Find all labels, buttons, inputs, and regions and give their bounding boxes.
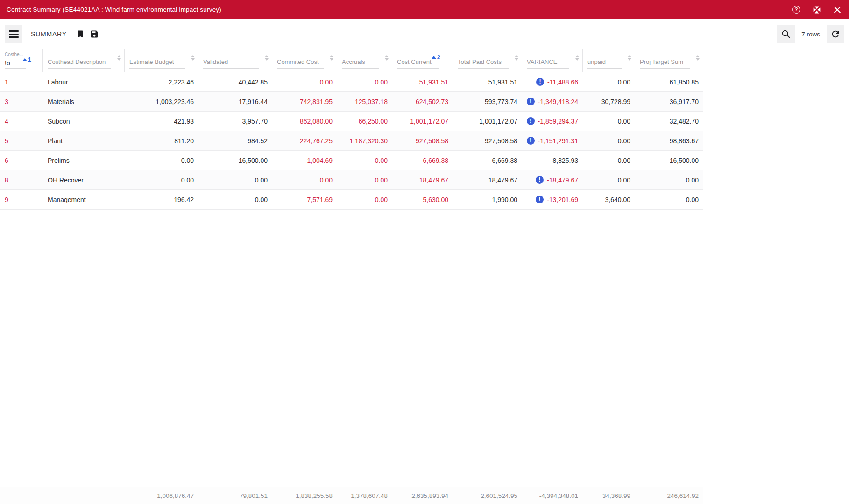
- sort-down-icon: [385, 58, 389, 61]
- column-filter-value[interactable]: !o: [5, 59, 10, 67]
- sort-down-icon: [330, 58, 333, 61]
- sort-up-icon: [117, 55, 121, 57]
- column-header-variance[interactable]: VARIANCE: [522, 49, 583, 72]
- cell-unpaid: 30,728.99: [583, 98, 635, 105]
- sort-up-icon: [575, 55, 579, 57]
- close-button[interactable]: [832, 5, 842, 15]
- column-label: Costhead Description: [48, 58, 106, 65]
- column-header-cost_current[interactable]: Cost Current2: [392, 49, 453, 72]
- cell-description: Subcon: [43, 118, 125, 125]
- table-row[interactable]: 9Management196.420.007,571.690.005,630.0…: [0, 190, 703, 210]
- sort-down-icon: [696, 58, 700, 61]
- total-cost_current: 2,635,893.94: [392, 492, 453, 499]
- help-button[interactable]: ?: [791, 5, 801, 15]
- cell-accruals: 0.00: [337, 78, 392, 86]
- grid-header-row: Costhe...!o1Costhead DescriptionEstimate…: [0, 49, 703, 72]
- column-label: Accruals: [342, 58, 365, 65]
- sort-up-icon: [265, 55, 269, 57]
- column-label: Proj Target Sum: [640, 58, 683, 65]
- table-row[interactable]: 3Materials1,003,223.4617,916.44742,831.9…: [0, 92, 703, 112]
- column-header-accruals[interactable]: Accruals: [337, 49, 392, 72]
- column-header-estimate_budget[interactable]: Estimate Budget: [125, 49, 198, 72]
- save-button[interactable]: [87, 27, 101, 41]
- cell-proj_target_sum: 16,500.00: [635, 157, 703, 164]
- column-header-proj_target_sum[interactable]: Proj Target Sum: [635, 49, 703, 72]
- cell-estimate_budget: 2,223.46: [125, 78, 198, 86]
- cell-validated: 984.52: [198, 137, 272, 145]
- filter-underline: [48, 68, 111, 69]
- table-row[interactable]: 5Plant811.20984.52224,767.251,187,320.30…: [0, 131, 703, 151]
- variance-alert-icon: !: [527, 137, 535, 145]
- table-row[interactable]: 8OH Recover0.000.000.000.0018,479.6718,4…: [0, 170, 703, 190]
- compress-window-button[interactable]: [812, 5, 822, 15]
- filter-underline: [527, 68, 569, 69]
- sort-icon[interactable]: [265, 55, 269, 61]
- cell-unpaid: 0.00: [583, 118, 635, 125]
- sort-down-icon: [628, 58, 631, 61]
- cell-cost_current: 51,931.51: [392, 78, 453, 86]
- column-header-total_paid_costs[interactable]: Total Paid Costs: [453, 49, 522, 72]
- bookmark-button[interactable]: [73, 27, 87, 41]
- cell-validated: 16,500.00: [198, 157, 272, 164]
- cell-description: Prelims: [43, 157, 125, 164]
- filter-underline: [342, 68, 379, 69]
- sort-up-icon: [191, 55, 195, 57]
- total-total_paid_costs: 2,601,524.95: [453, 492, 522, 499]
- cell-total_paid_costs: 1,001,172.07: [453, 118, 522, 125]
- cell-total_paid_costs: 51,931.51: [453, 78, 522, 86]
- cell-description: Labour: [43, 78, 125, 86]
- sort-icon[interactable]: [696, 55, 700, 61]
- cell-no: 9: [0, 196, 43, 203]
- toolbar-divider: [111, 19, 111, 49]
- sort-asc-icon: [22, 58, 27, 61]
- total-validated: 79,801.51: [198, 492, 272, 499]
- sort-icon[interactable]: [385, 55, 389, 61]
- refresh-button[interactable]: [827, 25, 844, 43]
- sort-icon[interactable]: [628, 55, 631, 61]
- cell-estimate_budget: 196.42: [125, 196, 198, 203]
- close-icon: [833, 6, 842, 14]
- save-icon: [90, 29, 99, 39]
- search-icon: [781, 29, 791, 39]
- variance-alert-icon: !: [536, 176, 544, 184]
- sort-icon[interactable]: [191, 55, 195, 61]
- column-header-description[interactable]: Costhead Description: [43, 49, 125, 72]
- cell-cost_current: 927,508.58: [392, 137, 453, 145]
- cell-description: Management: [43, 196, 125, 203]
- column-header-unpaid[interactable]: unpaid: [583, 49, 635, 72]
- search-button[interactable]: [777, 25, 795, 43]
- window-title: Contract Summary (SE44021AA : Wind farm …: [7, 6, 221, 13]
- cell-unpaid: 0.00: [583, 137, 635, 145]
- grid-totals-row: 1,006,876.4779,801.511,838,255.581,378,6…: [0, 487, 703, 504]
- menu-button[interactable]: [5, 25, 22, 43]
- app-window: Contract Summary (SE44021AA : Wind farm …: [0, 0, 849, 504]
- cell-accruals: 0.00: [337, 157, 392, 164]
- column-header-no[interactable]: Costhe...!o1: [0, 49, 43, 72]
- cell-variance: !-1,151,291.31: [522, 137, 583, 145]
- bookmark-icon: [76, 29, 85, 39]
- table-row[interactable]: 4Subcon421.933,957.70862,080.0066,250.00…: [0, 112, 703, 131]
- sort-icon[interactable]: [330, 55, 333, 61]
- column-header-commited_cost[interactable]: Commited Cost: [272, 49, 337, 72]
- compress-icon: [812, 5, 821, 14]
- table-row[interactable]: 1Labour2,223.4640,442.850.000.0051,931.5…: [0, 72, 703, 92]
- filter-underline: [458, 68, 509, 69]
- sort-down-icon: [575, 58, 579, 61]
- cell-proj_target_sum: 98,863.67: [635, 137, 703, 145]
- column-label: unpaid: [587, 58, 606, 65]
- cell-validated: 40,442.85: [198, 78, 272, 86]
- view-title: SUMMARY: [31, 30, 67, 38]
- sort-down-icon: [265, 58, 269, 61]
- cell-description: Plant: [43, 137, 125, 145]
- sort-icon[interactable]: [515, 55, 518, 61]
- sort-icon[interactable]: [117, 55, 121, 61]
- filter-underline: [587, 68, 622, 69]
- cell-cost_current: 5,630.00: [392, 196, 453, 203]
- cell-variance: !-18,479.67: [522, 176, 583, 184]
- table-row[interactable]: 6Prelims0.0016,500.001,004.690.006,669.3…: [0, 151, 703, 170]
- cell-validated: 17,916.44: [198, 98, 272, 105]
- sort-icon[interactable]: [575, 55, 579, 61]
- titlebar-icons: ?: [791, 5, 842, 15]
- cell-proj_target_sum: 32,482.70: [635, 118, 703, 125]
- column-header-validated[interactable]: Validated: [198, 49, 272, 72]
